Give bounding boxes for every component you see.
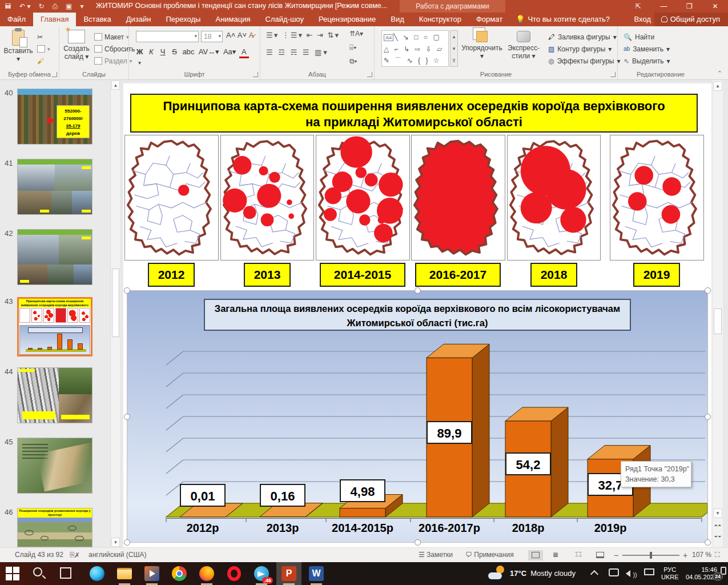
close-button[interactable]: ✕ (702, 0, 728, 13)
fit-slide-button[interactable]: ⛶ (715, 551, 719, 559)
slide-sorter-view-button[interactable]: ▦ (548, 550, 563, 560)
smartart-button[interactable]: ⧉▾ (349, 57, 357, 65)
collapse-ribbon-button[interactable]: ⌃ (717, 70, 722, 77)
selection-handle-mid-right[interactable] (705, 414, 711, 420)
powerpoint-button[interactable]: P (276, 562, 301, 585)
spellcheck-icon[interactable]: ⎘✗ (70, 551, 79, 559)
reading-view-button[interactable]: ⌶⌶ (571, 550, 586, 560)
restore-button[interactable]: ❐ (677, 0, 702, 13)
strikethrough-button[interactable]: S (170, 47, 179, 57)
shadow-button[interactable]: abc (181, 47, 195, 57)
start-slideshow-button[interactable]: ⎙ (52, 2, 58, 10)
notes-button[interactable]: ☰ Заметки (419, 551, 453, 559)
bold-button[interactable]: Ж (135, 47, 144, 57)
tab-file[interactable]: Файл (0, 13, 33, 26)
tab-chart-design[interactable]: Конструктор (412, 13, 469, 26)
slide-canvas[interactable]: Принципова карта-схема поширення виявлен… (123, 83, 711, 547)
movies-tv-button[interactable] (139, 562, 164, 585)
cut-button[interactable]: ✂ (35, 31, 52, 43)
main-scrollbar[interactable]: ▲ ▼ ⏶⏶ ⏷⏷ (713, 80, 723, 547)
zoom-in-button[interactable]: + (683, 551, 687, 560)
quick-styles-button[interactable]: Экспресс-стили ▾ (502, 31, 545, 60)
chrome-button[interactable] (167, 562, 192, 585)
font-dialog-launcher[interactable] (253, 72, 258, 77)
char-spacing-button[interactable]: AV↔▾ (198, 47, 220, 57)
selection-handle-bottom-left[interactable] (124, 539, 130, 546)
italic-button[interactable]: К (146, 47, 156, 57)
slide-thumbnail-40[interactable]: 552000-2760000/35-179дерев (17, 89, 92, 145)
selection-handle-mid-left[interactable] (124, 414, 130, 420)
selection-handle-bottom-right[interactable] (705, 539, 711, 546)
selection-handle-top-center[interactable] (415, 287, 421, 294)
language-indicator[interactable]: английский (США) (89, 551, 146, 559)
clock[interactable]: 15:4604.05.2023 (684, 566, 717, 581)
clipboard-dialog-launcher[interactable] (52, 72, 57, 77)
selection-handle-top-left[interactable] (124, 287, 130, 294)
normal-view-button[interactable] (528, 550, 543, 560)
year-label-2018[interactable]: 2018 (530, 263, 577, 287)
tab-insert[interactable]: Вставка (76, 13, 118, 26)
map-2012[interactable] (124, 135, 219, 261)
slide-title[interactable]: Принципова карта-схема поширення виявлен… (130, 94, 698, 133)
save-button[interactable]: 🖬 (5, 2, 11, 10)
paste-button[interactable]: Вставить▾ (3, 30, 33, 63)
next-slide-button[interactable]: ⏷⏷ (713, 532, 722, 542)
year-label-2014-2015[interactable]: 2014-2015 (320, 263, 405, 287)
search-button[interactable] (27, 562, 53, 585)
firefox-button[interactable] (194, 562, 219, 585)
map-2016-2017[interactable] (411, 135, 505, 261)
change-case-button[interactable]: Aa▾ (222, 47, 237, 57)
tab-review[interactable]: Рецензирование (311, 13, 383, 26)
font-color-button[interactable]: А (239, 47, 249, 58)
task-view-button[interactable] (55, 562, 80, 585)
thumb-scroll-up[interactable]: ▲ (111, 81, 120, 90)
opera-button[interactable] (222, 562, 247, 585)
align-buttons[interactable]: ☰ ☲ ☴ ☰ ▥▾ (266, 48, 329, 57)
year-label-2019[interactable]: 2019 (633, 263, 680, 287)
redo-button[interactable]: ↻ (38, 2, 44, 10)
chart-object[interactable]: Загальна площа виявлених осередків корої… (127, 290, 708, 543)
format-painter-button[interactable]: 🖌 (35, 55, 52, 67)
map-2013[interactable] (220, 135, 314, 261)
slide-indicator[interactable]: Слайд 43 из 92 (15, 551, 63, 559)
list-buttons[interactable]: ☰▾ ⋮☰▾ ⇤ ⇥ ⇅▾ (266, 31, 340, 39)
find-button[interactable]: 🔍Найти (624, 31, 670, 43)
thumb-scroll-thumb[interactable] (112, 269, 119, 337)
text-direction-button[interactable]: ⇈A▾ (349, 30, 363, 38)
selection-handle-bottom-center[interactable] (415, 539, 421, 546)
slide-thumbnail-44[interactable] (17, 367, 92, 423)
weather-widget[interactable]: 17°C Mostly cloudy (488, 566, 576, 580)
scroll-thumb[interactable] (714, 308, 722, 334)
word-button[interactable]: W (304, 562, 329, 585)
shapes-gallery[interactable]: A≡╲ ↘ □ ○ ▢△ ⌐ ↳ ⇨ ⇩ ▱✎ ⌒ ∿ { } ☆ (381, 30, 449, 67)
tray-expand-chevron[interactable] (590, 570, 598, 578)
network-icon[interactable] (644, 568, 654, 575)
zoom-out-button[interactable]: − (614, 551, 618, 560)
slide-thumbnail-45[interactable] (17, 438, 92, 494)
underline-button[interactable]: Ч (158, 47, 168, 57)
paragraph-dialog-launcher[interactable] (367, 72, 372, 77)
align-text-button[interactable]: ⌸▾ (349, 43, 356, 51)
zoom-level[interactable]: 107 % (692, 551, 711, 559)
meet-now-icon[interactable] (609, 568, 619, 576)
slideshow-view-button[interactable] (593, 550, 608, 560)
scroll-up-button[interactable]: ▲ (713, 81, 722, 91)
undo-button[interactable]: ↶ ▾ (19, 2, 30, 10)
zoom-slider-handle[interactable] (650, 552, 652, 559)
grow-shrink-font[interactable]: А˄ А˅ A̷ (226, 31, 254, 39)
tab-design[interactable]: Дизайн (119, 13, 159, 26)
arrange-button[interactable]: Упорядочить▾ (461, 31, 502, 60)
telegram-button[interactable]: .46 (249, 562, 274, 585)
shape-fill-button[interactable]: 🖍Заливка фигуры ▾ (548, 31, 621, 43)
sign-in-button[interactable]: Вход (634, 15, 651, 23)
slide-thumbnail-43-current[interactable]: Принципова карта-схема поширення виявлен… (17, 297, 92, 356)
font-name-combo[interactable]: ▾ (136, 31, 199, 42)
font-size-combo[interactable]: 18▾ (201, 31, 223, 42)
file-explorer-button[interactable] (112, 562, 137, 585)
copy-button[interactable]: ▾ (35, 43, 52, 55)
tab-chart-format[interactable]: Формат (469, 13, 510, 26)
slide-thumbnail-46[interactable]: Поширення осередків розмноження короїда … (17, 508, 92, 547)
qat-customize-button[interactable]: ▾ (80, 2, 83, 10)
map-2018[interactable] (507, 135, 601, 261)
tell-me-box[interactable]: 💡Что вы хотите сделать? (510, 13, 616, 23)
